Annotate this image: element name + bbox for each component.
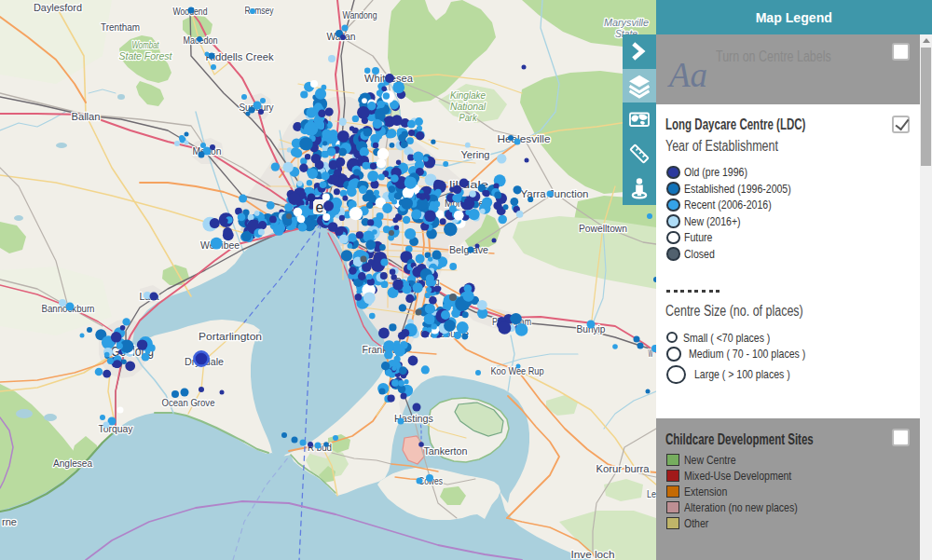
svg-text:Daylesford: Daylesford [34, 1, 82, 14]
svg-text:Portarlington: Portarlington [199, 330, 262, 343]
svg-text:rne: rne [2, 515, 17, 528]
svg-text:Marysville: Marysville [604, 17, 649, 28]
svg-text:Le: Le [647, 487, 656, 500]
svg-text:Yering: Yering [461, 148, 490, 161]
svg-text:State Forest: State Forest [119, 50, 173, 61]
svg-text:Kinglake: Kinglake [450, 89, 486, 101]
svg-text:Korur burra: Korur burra [596, 462, 650, 475]
svg-text:e: e [316, 199, 324, 215]
svg-text:Park: Park [459, 112, 478, 123]
svg-text:Wombat: Wombat [132, 39, 160, 50]
svg-text:Riddells Creek: Riddells Creek [206, 50, 274, 63]
svg-text:Trentham: Trentham [101, 20, 140, 34]
svg-text:Tankerton: Tankerton [424, 444, 468, 458]
svg-text:Romsey: Romsey [245, 4, 274, 17]
svg-text:Anglesea: Anglesea [53, 457, 92, 470]
svg-text:Powelltown: Powelltown [579, 222, 627, 235]
svg-text:National: National [450, 101, 487, 112]
svg-text:Ballan: Ballan [72, 110, 101, 123]
svg-text:Ocean Grove: Ocean Grove [162, 396, 215, 409]
svg-text:Healesville: Healesville [498, 132, 551, 145]
svg-text:Wandong: Wandong [343, 8, 377, 21]
svg-text:Inve loch: Inve loch [571, 548, 615, 560]
